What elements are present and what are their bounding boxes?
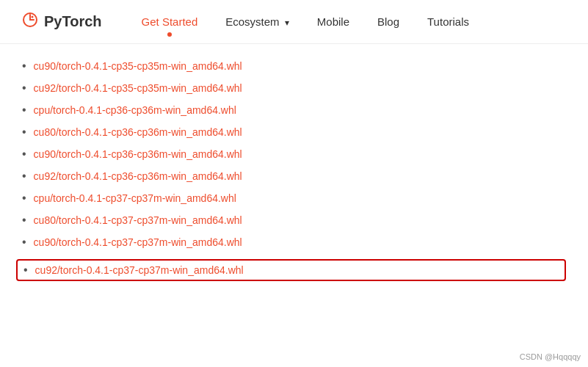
whl-link[interactable]: cu90/torch-0.4.1-cp35-cp35m-win_amd64.wh… [34, 60, 242, 72]
whl-link[interactable]: cu92/torch-0.4.1-cp36-cp36m-win_amd64.wh… [34, 170, 242, 182]
main-content: cu90/torch-0.4.1-cp35-cp35m-win_amd64.wh… [0, 44, 588, 296]
list-item: cu92/torch-0.4.1-cp36-cp36m-win_amd64.wh… [22, 165, 566, 187]
whl-link[interactable]: cu92/torch-0.4.1-cp37-cp37m-win_amd64.wh… [35, 264, 244, 276]
list-item: cu80/torch-0.4.1-cp37-cp37m-win_amd64.wh… [22, 209, 566, 231]
whl-link[interactable]: cu80/torch-0.4.1-cp36-cp36m-win_amd64.wh… [34, 126, 242, 138]
svg-point-1 [32, 15, 34, 18]
nav-item-get-started[interactable]: Get Started [131, 2, 208, 41]
whl-link[interactable]: cpu/torch-0.4.1-cp36-cp36m-win_amd64.whl [34, 104, 236, 116]
whl-link-list: cu90/torch-0.4.1-cp35-cp35m-win_amd64.wh… [22, 55, 566, 281]
nav-item-blog[interactable]: Blog [367, 2, 410, 41]
whl-link[interactable]: cu90/torch-0.4.1-cp36-cp36m-win_amd64.wh… [34, 148, 242, 160]
whl-link[interactable]: cpu/torch-0.4.1-cp37-cp37m-win_amd64.whl [34, 192, 236, 204]
watermark: CSDN @Hqqqqy [520, 352, 581, 361]
logo-text: PyTorch [44, 13, 102, 30]
nav-menu: Get Started Ecosystem ▾ Mobile Blog Tuto… [131, 2, 566, 41]
list-item: cpu/torch-0.4.1-cp36-cp36m-win_amd64.whl [22, 99, 566, 121]
pytorch-logo-icon [22, 12, 38, 32]
whl-link[interactable]: cu80/torch-0.4.1-cp37-cp37m-win_amd64.wh… [34, 214, 242, 226]
whl-link[interactable]: cu92/torch-0.4.1-cp35-cp35m-win_amd64.wh… [34, 82, 242, 94]
logo[interactable]: PyTorch [22, 12, 102, 32]
ecosystem-dropdown-icon: ▾ [285, 18, 289, 28]
list-item: cpu/torch-0.4.1-cp37-cp37m-win_amd64.whl [22, 187, 566, 209]
list-item: cu90/torch-0.4.1-cp36-cp36m-win_amd64.wh… [22, 143, 566, 165]
nav-item-ecosystem[interactable]: Ecosystem ▾ [215, 2, 300, 41]
list-item: cu90/torch-0.4.1-cp35-cp35m-win_amd64.wh… [22, 55, 566, 77]
whl-link[interactable]: cu90/torch-0.4.1-cp37-cp37m-win_amd64.wh… [34, 236, 242, 248]
list-item: cu90/torch-0.4.1-cp37-cp37m-win_amd64.wh… [22, 231, 566, 253]
navbar: PyTorch Get Started Ecosystem ▾ Mobile B… [0, 0, 588, 44]
list-item: cu80/torch-0.4.1-cp36-cp36m-win_amd64.wh… [22, 121, 566, 143]
list-item: cu92/torch-0.4.1-cp35-cp35m-win_amd64.wh… [22, 77, 566, 99]
nav-item-tutorials[interactable]: Tutorials [417, 2, 479, 41]
nav-item-mobile[interactable]: Mobile [307, 2, 360, 41]
list-item: cu92/torch-0.4.1-cp37-cp37m-win_amd64.wh… [16, 259, 566, 281]
